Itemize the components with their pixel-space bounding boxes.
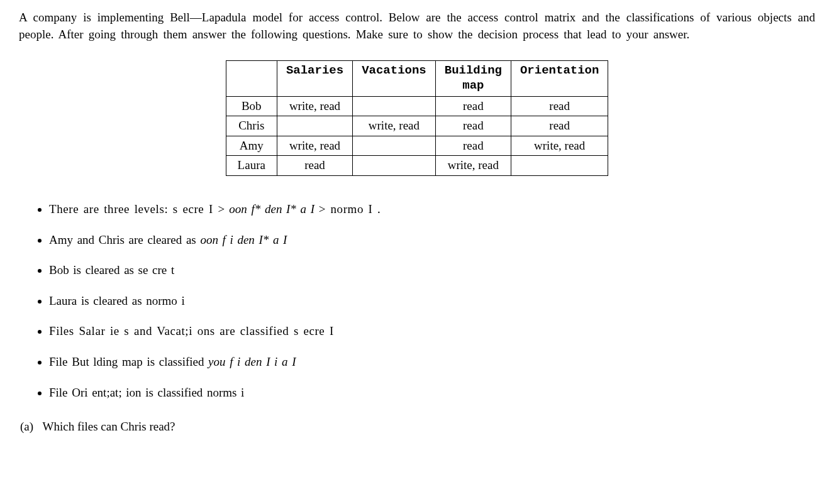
cell-bob-building: read xyxy=(435,96,511,116)
list-item: Amy and Chris are cleared as oon f i den… xyxy=(49,232,815,249)
col-building-word2: map xyxy=(462,79,484,92)
cell-chris-salaries xyxy=(277,116,352,136)
rule-bob: Bob is cleared as se cre t xyxy=(49,263,174,277)
cell-bob-vacations xyxy=(353,96,436,116)
intro-line-1: A company is implementing Bell—Lapadula … xyxy=(19,11,575,24)
list-item: Laura is cleared as normo i xyxy=(49,293,815,310)
rule-salaries-vacations: Files Salar ie s and Vacat;i ons are cla… xyxy=(49,324,334,337)
table-row: Laura read write, read xyxy=(226,156,608,176)
list-item: There are three levels: s ecre I > oon f… xyxy=(49,201,815,218)
rules-list: There are three levels: s ecre I > oon f… xyxy=(19,201,815,401)
list-item: Bob is cleared as se cre t xyxy=(49,262,815,279)
col-orientation: Orientation xyxy=(511,61,608,97)
cell-amy-salaries: write, read xyxy=(277,136,352,156)
rule-laura: Laura is cleared as normo i xyxy=(49,294,185,307)
table-row: Chris write, read read read xyxy=(226,116,608,136)
rule-levels-b: oon f* den I* a I xyxy=(225,202,319,216)
cell-laura-vacations xyxy=(353,156,436,176)
rule-building-a: File But lding map is classified xyxy=(49,355,208,368)
col-building: Building map xyxy=(435,61,511,97)
col-vacations: Vacations xyxy=(353,61,436,97)
cell-bob-salaries: write, read xyxy=(277,96,352,116)
matrix-table-wrap: Salaries Vacations Building map Orientat… xyxy=(19,60,815,176)
table-header-row: Salaries Vacations Building map Orientat… xyxy=(226,61,608,97)
question-a: (a) Which files can Chris read? xyxy=(20,419,815,436)
cell-amy-building: read xyxy=(435,136,511,156)
row-name-amy: Amy xyxy=(226,136,277,156)
cell-chris-orientation: read xyxy=(511,116,608,136)
row-name-laura: Laura xyxy=(226,156,277,176)
rule-amy-chris-b: oon f i den I* a I xyxy=(200,233,287,246)
intro-line-3: Make sure to show the decision process t… xyxy=(356,28,689,41)
cell-chris-vacations: write, read xyxy=(353,116,436,136)
cell-laura-building: write, read xyxy=(435,156,511,176)
col-salaries: Salaries xyxy=(277,61,352,97)
cell-laura-orientation xyxy=(511,156,608,176)
question-label: (a) xyxy=(20,419,33,436)
rule-levels-a: There are three levels: s ecre I > xyxy=(49,202,225,216)
list-item: Files Salar ie s and Vacat;i ons are cla… xyxy=(49,323,815,340)
cell-amy-orientation: write, read xyxy=(511,136,608,156)
rule-building-b: you f i den I i a I xyxy=(208,355,296,368)
row-name-chris: Chris xyxy=(226,116,277,136)
cell-amy-vacations xyxy=(353,136,436,156)
list-item: File But lding map is classified you f i… xyxy=(49,354,815,371)
cell-laura-salaries: read xyxy=(277,156,352,176)
cell-bob-orientation: read xyxy=(511,96,608,116)
table-row: Amy write, read read write, read xyxy=(226,136,608,156)
access-matrix-table: Salaries Vacations Building map Orientat… xyxy=(226,60,609,176)
table-row: Bob write, read read read xyxy=(226,96,608,116)
col-building-word1: Building xyxy=(445,63,502,77)
rule-orientation: File Ori ent;at; ion is classified norms… xyxy=(49,386,244,399)
rule-amy-chris-a: Amy and Chris are cleared as xyxy=(49,233,200,246)
row-name-bob: Bob xyxy=(226,96,277,116)
question-text: Which files can Chris read? xyxy=(43,420,175,433)
rule-levels-c: > normo I . xyxy=(319,202,381,216)
cell-chris-building: read xyxy=(435,116,511,136)
intro-paragraph: A company is implementing Bell—Lapadula … xyxy=(19,9,815,43)
corner-cell xyxy=(226,61,277,97)
list-item: File Ori ent;at; ion is classified norms… xyxy=(49,385,815,402)
